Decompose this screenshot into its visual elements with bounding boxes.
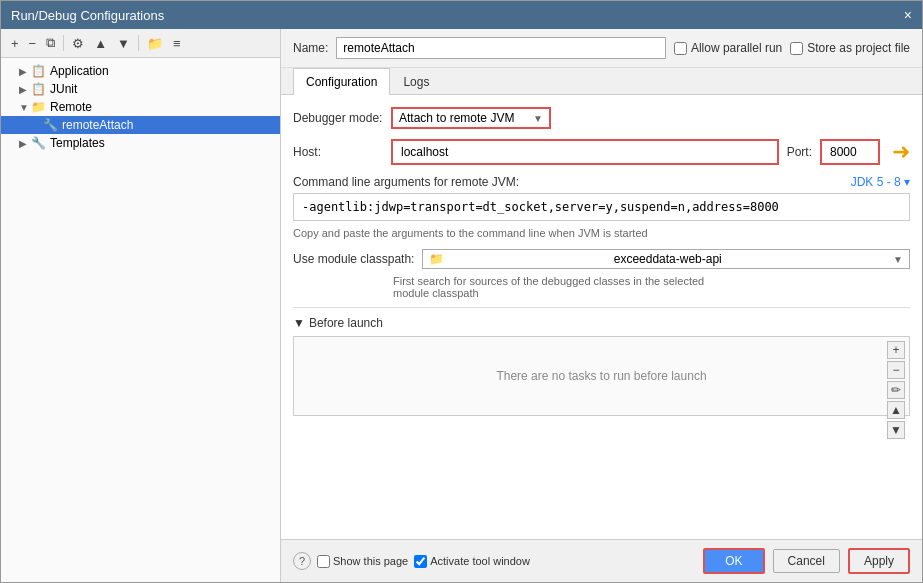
name-input[interactable] (336, 37, 666, 59)
bottom-right: OK Cancel Apply (703, 548, 910, 574)
tabs-bar: Configuration Logs (281, 68, 922, 95)
show-page-label: Show this page (333, 555, 408, 567)
title-bar: Run/Debug Configurations × (1, 1, 922, 29)
tab-logs[interactable]: Logs (390, 68, 442, 95)
module-icon: 📁 (429, 252, 444, 266)
name-label: Name: (293, 41, 328, 55)
bl-down-button[interactable]: ▼ (887, 421, 905, 439)
before-launch-title: Before launch (309, 316, 383, 330)
label-templates: Templates (50, 136, 105, 150)
bottom-left: ? Show this page Activate tool window (293, 552, 703, 570)
arrow-junit: ▶ (19, 84, 31, 95)
icon-templates: 🔧 (31, 136, 46, 150)
cancel-button[interactable]: Cancel (773, 549, 840, 573)
port-label: Port: (787, 145, 812, 159)
tree-item-templates[interactable]: ▶ 🔧 Templates (1, 134, 280, 152)
sort-button[interactable]: ≡ (169, 34, 185, 53)
help-button[interactable]: ? (293, 552, 311, 570)
tab-configuration[interactable]: Configuration (293, 68, 390, 95)
arrow-remote: ▼ (19, 102, 31, 113)
arrow-templates: ▶ (19, 138, 31, 149)
before-launch-section: ▼ Before launch There are no tasks to ru… (293, 307, 910, 416)
run-debug-dialog: Run/Debug Configurations × + − ⧉ ⚙ ▲ ▼ 📁… (0, 0, 923, 583)
bl-add-button[interactable]: + (887, 341, 905, 359)
label-application: Application (50, 64, 109, 78)
config-tree: ▶ 📋 Application ▶ 📋 JUnit ▼ 📁 Remote (1, 58, 280, 582)
copy-config-button[interactable]: ⧉ (42, 33, 59, 53)
module-classpath-dropdown[interactable]: 📁 exceeddata-web-api ▼ (422, 249, 910, 269)
bl-edit-button[interactable]: ✏ (887, 381, 905, 399)
arrow-indicator-icon: ➜ (892, 139, 910, 165)
bl-remove-button[interactable]: − (887, 361, 905, 379)
host-label: Host: (293, 145, 383, 159)
bl-up-button[interactable]: ▲ (887, 401, 905, 419)
dropdown-arrow-icon: ▼ (533, 113, 543, 124)
close-button[interactable]: × (904, 7, 912, 23)
add-config-button[interactable]: + (7, 34, 23, 53)
store-project-label: Store as project file (807, 41, 910, 55)
before-launch-header: ▼ Before launch (293, 316, 910, 330)
collapse-icon: ▼ (293, 316, 305, 330)
icon-application: 📋 (31, 64, 46, 78)
cmd-args-value: -agentlib:jdwp=transport=dt_socket,serve… (302, 200, 779, 214)
settings-button[interactable]: ⚙ (68, 34, 88, 53)
host-input[interactable] (391, 139, 779, 165)
tree-item-remoteattach[interactable]: 🔧 remoteAttach (1, 116, 280, 134)
store-project-group: Store as project file (790, 41, 910, 55)
label-junit: JUnit (50, 82, 77, 96)
cmd-args-section: Command line arguments for remote JVM: J… (293, 175, 910, 239)
icon-remoteattach: 🔧 (43, 118, 58, 132)
before-launch-empty-text: There are no tasks to run before launch (496, 369, 706, 383)
cmd-args-label: Command line arguments for remote JVM: (293, 175, 851, 189)
module-hint: First search for sources of the debugged… (393, 275, 910, 299)
allow-parallel-group: Allow parallel run (674, 41, 782, 55)
before-launch-box: There are no tasks to run before launch … (293, 336, 910, 416)
dialog-title: Run/Debug Configurations (11, 8, 164, 23)
module-classpath-label: Use module classpath: (293, 252, 414, 266)
debugger-mode-label: Debugger mode: (293, 111, 383, 125)
right-panel: Name: Allow parallel run Store as projec… (281, 29, 922, 582)
arrow-up-button[interactable]: ▲ (90, 34, 111, 53)
dialog-body: + − ⧉ ⚙ ▲ ▼ 📁 ≡ ▶ 📋 Application (1, 29, 922, 582)
tab-content-configuration: Debugger mode: Attach to remote JVM ▼ Ho… (281, 95, 922, 539)
left-panel: + − ⧉ ⚙ ▲ ▼ 📁 ≡ ▶ 📋 Application (1, 29, 281, 582)
debugger-mode-dropdown[interactable]: Attach to remote JVM ▼ (391, 107, 551, 129)
tree-item-junit[interactable]: ▶ 📋 JUnit (1, 80, 280, 98)
module-classpath-row: Use module classpath: 📁 exceeddata-web-a… (293, 249, 910, 269)
debugger-mode-row: Debugger mode: Attach to remote JVM ▼ (293, 107, 910, 129)
jdk-row: Command line arguments for remote JVM: J… (293, 175, 910, 189)
separator-1 (63, 35, 64, 51)
module-dropdown-arrow-icon: ▼ (893, 254, 903, 265)
label-remote: Remote (50, 100, 92, 114)
tree-item-remote[interactable]: ▼ 📁 Remote (1, 98, 280, 116)
apply-button[interactable]: Apply (848, 548, 910, 574)
before-launch-toolbar: + − ✏ ▲ ▼ (887, 341, 905, 439)
separator-2 (138, 35, 139, 51)
host-port-row: Host: Port: ➜ (293, 139, 910, 165)
activate-window-checkbox[interactable] (414, 555, 427, 568)
allow-parallel-checkbox[interactable] (674, 42, 687, 55)
tree-item-application[interactable]: ▶ 📋 Application (1, 62, 280, 80)
module-value: exceeddata-web-api (614, 252, 722, 266)
arrow-application: ▶ (19, 66, 31, 77)
activate-window-label: Activate tool window (430, 555, 530, 567)
port-input[interactable] (820, 139, 880, 165)
arrow-down-button[interactable]: ▼ (113, 34, 134, 53)
cmd-args-box: -agentlib:jdwp=transport=dt_socket,serve… (293, 193, 910, 221)
label-remoteattach: remoteAttach (62, 118, 133, 132)
jdk-version-link[interactable]: JDK 5 - 8 ▾ (851, 175, 910, 189)
store-project-checkbox[interactable] (790, 42, 803, 55)
show-page-checkbox[interactable] (317, 555, 330, 568)
icon-remote: 📁 (31, 100, 46, 114)
tree-toolbar: + − ⧉ ⚙ ▲ ▼ 📁 ≡ (1, 29, 280, 58)
bottom-bar: ? Show this page Activate tool window OK… (281, 539, 922, 582)
ok-button[interactable]: OK (703, 548, 764, 574)
name-row: Name: Allow parallel run Store as projec… (281, 29, 922, 68)
debugger-mode-value: Attach to remote JVM (399, 111, 514, 125)
allow-parallel-label: Allow parallel run (691, 41, 782, 55)
remove-config-button[interactable]: − (25, 34, 41, 53)
show-page-group: Show this page (317, 555, 408, 568)
folder-button[interactable]: 📁 (143, 34, 167, 53)
activate-window-group: Activate tool window (414, 555, 530, 568)
icon-junit: 📋 (31, 82, 46, 96)
